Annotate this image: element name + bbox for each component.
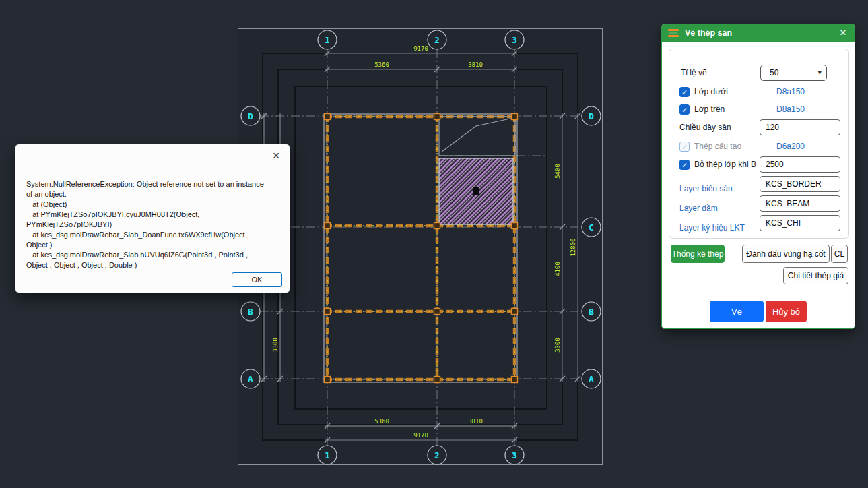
svg-text:D: D <box>248 111 253 121</box>
layer-lkt-input[interactable] <box>760 215 840 231</box>
svg-text:5360: 5360 <box>374 418 389 425</box>
thickness-label: Chiều dày sàn <box>679 123 731 133</box>
construction-rebar-checkbox[interactable]: ✓ <box>679 142 690 152</box>
detail-button[interactable]: Chi tiết thép giá <box>783 267 848 284</box>
scale-label: Tỉ lệ vẽ <box>681 68 707 78</box>
svg-text:A: A <box>589 374 594 384</box>
svg-text:B: B <box>589 307 594 317</box>
cad-viewport: 1 2 3 1 2 3 D B A D C B A 9170 5360 3810… <box>238 28 603 465</box>
svg-text:2: 2 <box>434 450 440 460</box>
skip-layer-input[interactable] <box>760 156 840 173</box>
layer-lkt-label[interactable]: Layer ký hiệu LKT <box>679 223 745 233</box>
skip-layer-checkbox[interactable]: ✓ <box>679 160 690 170</box>
svg-text:12800: 12800 <box>570 238 576 256</box>
upper-layer-label: Lớp trên <box>694 104 725 115</box>
scale-value: 50 <box>770 68 778 78</box>
construction-rebar-link[interactable]: D6a200 <box>776 142 805 152</box>
svg-text:3: 3 <box>512 35 517 45</box>
svg-text:3810: 3810 <box>468 61 483 68</box>
svg-text:5400: 5400 <box>554 164 561 179</box>
svg-text:3: 3 <box>512 450 517 460</box>
error-dialog: ✕ System.NullReferenceException: Object … <box>15 144 290 293</box>
svg-text:C: C <box>589 222 594 233</box>
svg-text:2: 2 <box>434 35 440 45</box>
chevron-down-icon: ▾ <box>817 68 822 77</box>
svg-text:3300: 3300 <box>272 338 279 353</box>
hatch-zone-mark <box>473 187 479 195</box>
svg-text:3300: 3300 <box>554 338 561 353</box>
upper-layer-link[interactable]: D8a150 <box>776 104 805 115</box>
svg-text:9170: 9170 <box>413 432 428 439</box>
rebar-dialog: Vẽ thép sàn ✕ Tỉ lệ vẽ 50 ▾ ✓ Lớp dưới D… <box>661 24 855 329</box>
app-root: { "icons": { "close": "✕", "caret_down":… <box>0 0 868 488</box>
statistics-button[interactable]: Thống kê thép <box>671 245 725 263</box>
close-icon[interactable]: ✕ <box>270 150 282 162</box>
rebar-dialog-titlebar[interactable]: Vẽ thép sàn ✕ <box>662 24 855 42</box>
thickness-input[interactable] <box>760 119 840 135</box>
layer-beam-input[interactable] <box>760 195 840 212</box>
layer-beam-label[interactable]: Layer dầm <box>679 204 718 214</box>
lower-layer-link[interactable]: D8a150 <box>776 87 805 97</box>
svg-text:B: B <box>248 307 253 317</box>
svg-text:D: D <box>589 111 594 121</box>
menu-icon <box>668 29 679 37</box>
layer-border-label[interactable]: Layer biên sàn <box>679 184 733 194</box>
error-message: System.NullReferenceException: Object re… <box>26 179 282 270</box>
close-icon[interactable]: ✕ <box>838 28 848 38</box>
svg-text:3810: 3810 <box>468 418 483 425</box>
svg-text:A: A <box>248 374 253 384</box>
svg-text:5360: 5360 <box>374 61 389 68</box>
drawing-frame <box>238 29 603 465</box>
cl-button[interactable]: CL <box>831 245 848 263</box>
svg-text:4100: 4100 <box>554 262 561 276</box>
svg-text:9170: 9170 <box>413 45 428 52</box>
svg-text:1: 1 <box>325 450 330 460</box>
scale-dropdown[interactable]: 50 ▾ <box>760 65 827 81</box>
ok-button[interactable]: OK <box>232 272 282 287</box>
layer-border-input[interactable] <box>760 176 840 192</box>
lower-layer-checkbox[interactable]: ✓ <box>679 87 690 97</box>
upper-layer-checkbox[interactable]: ✓ <box>679 104 690 115</box>
svg-text:1: 1 <box>325 35 330 45</box>
mark-zone-button[interactable]: Đánh dấu vùng hạ cốt <box>742 245 830 263</box>
skip-layer-label: Bỏ thép lớp khi B <box>694 160 756 170</box>
lower-layer-label: Lớp dưới <box>694 87 728 97</box>
draw-button[interactable]: Vẽ <box>710 301 764 322</box>
dialog-title: Vẽ thép sàn <box>685 24 732 42</box>
cancel-button[interactable]: Hủy bỏ <box>766 301 807 322</box>
construction-rebar-label: Thép cấu tạo <box>694 142 741 152</box>
